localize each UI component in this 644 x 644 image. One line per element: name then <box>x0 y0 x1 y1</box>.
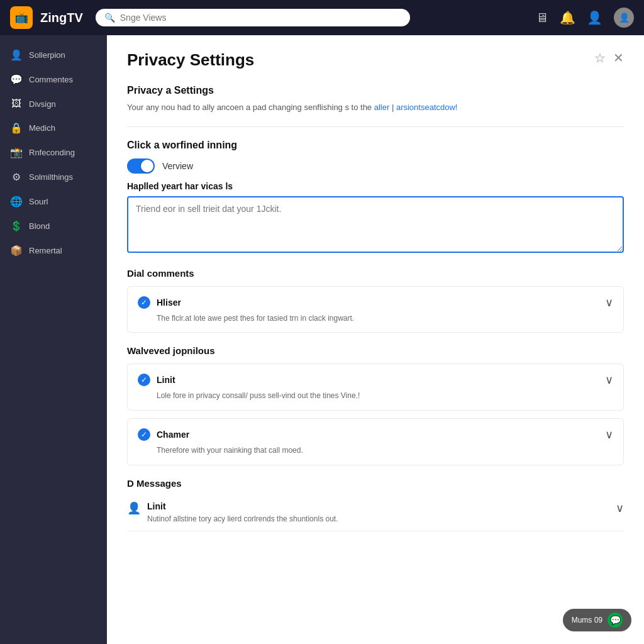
toggle-section-title: Click a worfined inning <box>127 140 624 151</box>
sidebar-item-remertal[interactable]: 📦 Remertal <box>0 238 107 263</box>
option-header-linit: ✓ Linit ∨ <box>138 373 613 387</box>
toggle-knob <box>141 160 153 172</box>
bio-textarea[interactable] <box>127 196 624 253</box>
sidebar-item-label: Sourl <box>29 197 48 206</box>
sidebar-item-label: Solmilthings <box>29 172 73 182</box>
option-header-chamer: ✓ Chamer ∨ <box>138 428 613 441</box>
check-circle-chamer: ✓ <box>138 428 150 441</box>
sidebar-item-label: Remertal <box>29 246 62 255</box>
check-circle-linit: ✓ <box>138 374 150 386</box>
dm-section-title: D Messages <box>127 478 624 489</box>
main-layout: 👤 Sollerpion 💬 Commentes 🖼 Divsign 🔒 Med… <box>0 35 644 644</box>
chevron-down-hliser[interactable]: ∨ <box>605 296 613 309</box>
bottom-badge[interactable]: Mums 09 💬 <box>563 609 631 631</box>
sidebar-item-label: Commentes <box>29 75 73 84</box>
blond-icon: 💲 <box>10 220 23 232</box>
walveved-section: Walveved jopnilous ✓ Linit ∨ Lole fore i… <box>127 345 624 465</box>
toggle-switch[interactable] <box>127 158 155 174</box>
remertal-icon: 📦 <box>10 245 23 257</box>
dm-chevron-linit[interactable]: ∨ <box>616 501 624 515</box>
header-section: Privacy a Settings Your any nou had to a… <box>127 85 624 114</box>
check-circle-hliser: ✓ <box>138 296 150 309</box>
option-desc-chamer: Therefore with your nainking that call m… <box>138 445 613 456</box>
option-header-left: ✓ Hliser <box>138 296 181 309</box>
close-button[interactable]: ✕ <box>613 50 624 65</box>
logo-icon: 📺 <box>10 6 33 29</box>
chevron-down-linit[interactable]: ∨ <box>605 373 613 387</box>
search-icon: 🔍 <box>104 13 115 23</box>
favorite-button[interactable]: ☆ <box>594 50 606 65</box>
search-bar[interactable]: 🔍 <box>96 9 410 26</box>
header-section-title: Privacy a Settings <box>127 85 624 96</box>
divsign-icon: 🖼 <box>10 98 23 109</box>
screen-icon[interactable]: 🖥 <box>536 11 548 25</box>
sidebar-item-label: Divsign <box>29 99 56 109</box>
sidebar-item-commentes[interactable]: 💬 Commentes <box>0 67 107 92</box>
sidebar-item-label: Blond <box>29 221 50 231</box>
sidebar-item-blond[interactable]: 💲 Blond <box>0 214 107 238</box>
sidebar: 👤 Sollerpion 💬 Commentes 🖼 Divsign 🔒 Med… <box>0 35 107 644</box>
logo-text: ZingTV <box>40 11 83 25</box>
panel-header: Privacy Settings ☆ ✕ <box>127 50 624 70</box>
link-aller[interactable]: aller <box>374 103 390 112</box>
toggle-section: Click a worfined inning Verview <box>127 140 624 174</box>
sidebar-item-rnfeconding[interactable]: 📸 Rnfeconding <box>0 140 107 165</box>
sidebar-item-sourl[interactable]: 🌐 Sourl <box>0 189 107 214</box>
sidebar-item-solmilthings[interactable]: ⚙ Solmilthings <box>0 165 107 189</box>
badge-icon: 💬 <box>608 613 623 628</box>
rnfeconding-icon: 📸 <box>10 147 23 158</box>
option-desc-linit: Lole fore in privacy consall/ puss sell-… <box>138 391 613 401</box>
d-messages-section: D Messages 👤 Linit Nutinof allstine tory… <box>127 478 624 531</box>
privacy-panel: Privacy Settings ☆ ✕ Privacy a Settings … <box>107 35 644 547</box>
search-input[interactable] <box>120 13 401 23</box>
profile-icon[interactable]: 👤 <box>587 10 602 25</box>
sidebar-item-label: Rnfeconding <box>29 148 75 157</box>
toggle-label: Verview <box>162 161 193 171</box>
dm-desc-linit: Nutinof allstine tory acy lierd corlrend… <box>147 514 609 525</box>
commentes-icon: 💬 <box>10 74 23 86</box>
option-title-hliser: Hliser <box>157 297 181 308</box>
person-icon: 👤 <box>127 501 141 515</box>
option-header: ✓ Hliser ∨ <box>138 296 613 309</box>
bell-icon[interactable]: 🔔 <box>560 10 575 25</box>
content-panel: Privacy Settings ☆ ✕ Privacy a Settings … <box>107 35 644 644</box>
walveved-title: Walveved jopnilous <box>127 345 624 356</box>
option-header-left-chamer: ✓ Chamer <box>138 428 189 441</box>
dm-title-linit: Linit <box>147 501 609 511</box>
toggle-row: Verview <box>127 158 624 174</box>
option-item-hliser[interactable]: ✓ Hliser ∨ The flclr.at lote awe pest th… <box>127 286 624 333</box>
solmilthings-icon: ⚙ <box>10 171 23 183</box>
topbar: 📺 ZingTV 🔍 🖥 🔔 👤 👤 <box>0 0 644 35</box>
dm-item-linit[interactable]: 👤 Linit Nutinof allstine tory acy lierd … <box>127 495 624 531</box>
panel-title: Privacy Settings <box>127 50 254 70</box>
link-arsiontseatcdow[interactable]: arsiontseatcdow! <box>396 103 458 112</box>
header-section-desc: Your any nou had to ally ancoen a pad ch… <box>127 101 624 114</box>
topbar-actions: 🖥 🔔 👤 👤 <box>536 8 634 28</box>
sollerpion-icon: 👤 <box>10 49 23 61</box>
sidebar-item-label: Medich <box>29 123 55 133</box>
textarea-section: Haplled yeart har vicas ls <box>127 181 624 255</box>
option-desc-hliser: The flclr.at lote awe pest thes for tasi… <box>138 313 613 324</box>
avatar[interactable]: 👤 <box>614 8 634 28</box>
textarea-label: Haplled yeart har vicas ls <box>127 181 624 191</box>
badge-label: Mums 09 <box>572 616 602 625</box>
sidebar-item-divsign[interactable]: 🖼 Divsign <box>0 92 107 116</box>
sidebar-item-label: Sollerpion <box>29 50 65 60</box>
option-item-linit[interactable]: ✓ Linit ∨ Lole fore in privacy consall/ … <box>127 364 624 411</box>
divider-1 <box>127 126 624 127</box>
medich-icon: 🔒 <box>10 122 23 134</box>
option-title-linit: Linit <box>157 375 175 385</box>
option-header-left-linit: ✓ Linit <box>138 374 175 386</box>
sidebar-item-sollerpion[interactable]: 👤 Sollerpion <box>0 43 107 67</box>
dial-comments-section: Dial comments ✓ Hliser ∨ The flclr.at lo… <box>127 268 624 333</box>
panel-header-actions: ☆ ✕ <box>594 50 624 65</box>
dial-comments-title: Dial comments <box>127 268 624 279</box>
dm-content: Linit Nutinof allstine tory acy lierd co… <box>147 501 609 525</box>
chevron-down-chamer[interactable]: ∨ <box>605 428 613 441</box>
sourl-icon: 🌐 <box>10 196 23 208</box>
option-title-chamer: Chamer <box>157 430 189 440</box>
sidebar-item-medich[interactable]: 🔒 Medich <box>0 116 107 140</box>
option-item-chamer[interactable]: ✓ Chamer ∨ Therefore with your nainking … <box>127 418 624 465</box>
